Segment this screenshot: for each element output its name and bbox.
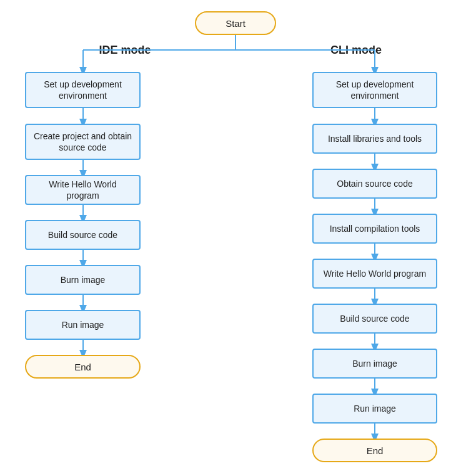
end-right: End [312,439,437,462]
left-step-3: Write Hello World program [25,175,141,205]
start-node: Start [195,11,276,35]
right-step-8: Run image [312,394,437,424]
right-step-5: Write Hello World program [312,259,437,289]
right-step-3: Obtain source code [312,169,437,199]
right-step-2: Install libraries and tools [312,124,437,154]
end-left: End [25,355,141,379]
header-cli: CLI mode [306,44,406,57]
start-label: Start [226,18,245,29]
left-step-1: Set up development environment [25,72,141,108]
right-step-6: Build source code [312,304,437,334]
header-ide: IDE mode [75,44,175,57]
left-step-2: Create project and obtain source code [25,124,141,160]
left-step-4: Build source code [25,220,141,250]
right-step-1: Set up development environment [312,72,437,108]
right-step-7: Burn image [312,349,437,379]
right-step-4: Install compilation tools [312,214,437,244]
left-step-5: Burn image [25,265,141,295]
left-step-6: Run image [25,310,141,340]
diagram-container: Start IDE mode CLI mode Set up developme… [0,0,471,476]
